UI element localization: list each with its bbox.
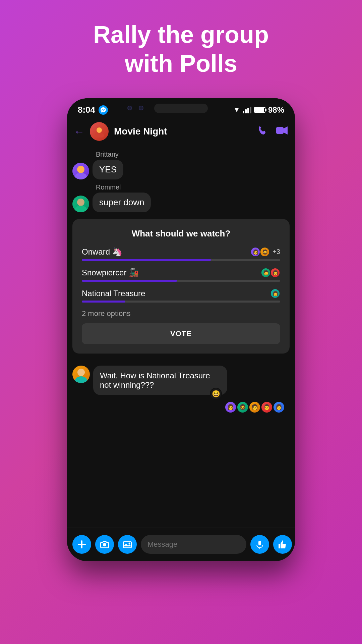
vote-button[interactable]: VOTE [82,323,280,344]
avatar-reaction-sender [72,366,90,383]
reaction-text: Wait. How is National Treasure not winni… [100,371,210,389]
wifi-icon: ▼ [233,106,240,114]
sender-name-brittany: Brittany [96,151,290,158]
svg-point-7 [75,206,87,212]
status-time: 8:04 [78,105,95,115]
poll-option-snowpiercer[interactable]: Snowpiercer 🚂 🧑 👩 [82,268,280,282]
message-bubble-yes: YES [93,160,123,179]
signal-icon [243,107,251,113]
poll-option-label-onward: Onward 🦄 [82,247,122,257]
reaction-bubble: Wait. How is National Treasure not winni… [93,366,227,395]
svg-rect-2 [276,127,284,134]
svg-point-1 [95,133,104,138]
poll-bar-track-snowpiercer [82,280,280,282]
svg-point-4 [77,166,84,173]
poll-bar-track-national-treasure [82,301,280,303]
input-bar [67,528,295,561]
poll-option-label-snowpiercer: Snowpiercer 🚂 [82,268,139,277]
voter-avatar-3: 🧑 [261,268,271,278]
reaction-message-group: Wait. How is National Treasure not winni… [72,366,290,395]
svg-point-0 [97,127,102,133]
svg-rect-17 [258,541,261,545]
poll-option-label-national-treasure: National Treasure [82,289,145,298]
receipt-avatar-3: 🧑 [249,402,260,413]
svg-point-16 [129,543,130,544]
back-button[interactable]: ← [74,125,84,138]
poll-option-national-treasure[interactable]: National Treasure 👩 [82,288,280,303]
camera-dot-right [139,106,143,110]
battery-percent: 98% [268,105,284,115]
phone-call-button[interactable] [257,125,268,138]
group-name: Movie Night [114,126,252,137]
camera-button[interactable] [95,535,114,554]
svg-marker-15 [123,544,131,546]
video-call-button[interactable] [276,125,288,138]
voter-avatar-4: 👩 [270,268,280,278]
mic-button[interactable] [250,535,269,554]
receipt-avatar-5: 👩 [274,402,284,413]
voter-avatar-5: 👩 [270,288,280,299]
svg-rect-11 [78,544,86,545]
poll-bar-track-onward [82,259,280,261]
receipt-avatar-2: 🧔 [237,402,248,413]
chat-body: Brittany YES Rommel [67,145,295,528]
camera-dot-left [127,106,132,110]
voter-avatar-1: 👩 [250,247,260,257]
avatar-rommel [72,196,89,212]
svg-point-6 [77,199,84,206]
receipt-avatar-4: 👨 [261,402,272,413]
message-input[interactable] [141,535,246,554]
poll-option-onward[interactable]: Onward 🦄 👩 🧔 +3 [82,247,280,261]
read-receipts: 👩 🧔 🧑 👨 👩 [72,402,284,413]
avatar-brittany [72,163,89,179]
svg-point-9 [75,376,87,383]
poll-title: What should we watch? [82,228,280,239]
group-avatar [90,122,109,141]
poll-more-options: 2 more options [82,309,280,318]
sender-name-rommel: Rommel [96,183,290,191]
gallery-button[interactable] [118,535,137,554]
chat-header: ← Movie Night [67,118,295,145]
battery-icon [254,107,265,113]
message-group-rommel: Rommel super down [72,183,290,212]
poll-card: What should we watch? Onward 🦄 👩 🧔 +3 [72,219,290,354]
svg-point-8 [77,369,85,376]
page-header: Rally the group with Polls [66,20,296,78]
svg-point-5 [75,173,87,179]
svg-marker-3 [284,126,288,135]
add-button[interactable] [72,535,91,554]
svg-rect-14 [123,542,131,548]
phone-notch [154,104,208,113]
reaction-emoji: 😆 [210,388,222,400]
like-button[interactable] [273,535,292,554]
receipt-avatar-1: 👩 [225,402,236,413]
message-bubble-superdown: super down [93,193,151,212]
voter-avatar-2: 🧔 [260,247,270,257]
message-group-brittany: Brittany YES [72,151,290,179]
voter-count-onward: +3 [273,248,280,256]
svg-point-13 [103,543,106,546]
messenger-status-icon [99,105,108,115]
phone-frame: 8:04 ▼ 98% ← [67,98,295,561]
